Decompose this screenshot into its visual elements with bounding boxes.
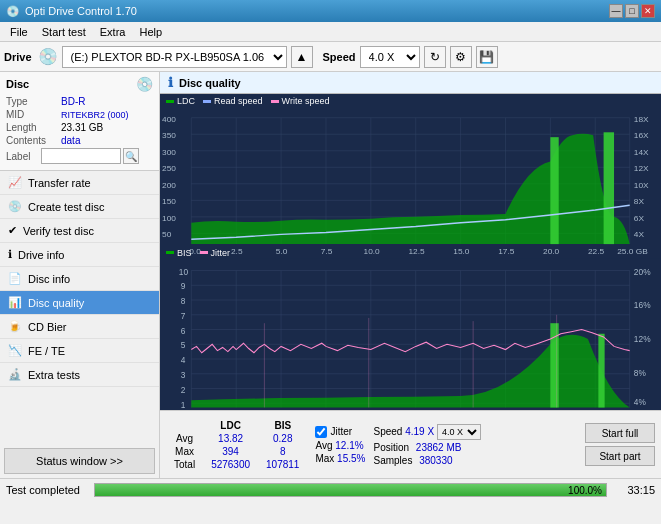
jitter-legend-dot [200,251,208,254]
sidebar-item-drive-info[interactable]: ℹ Drive info [0,243,159,267]
disc-section-title: Disc [6,78,29,90]
drive-select[interactable]: (E:) PLEXTOR BD-R PX-LB950SA 1.06 [62,46,287,68]
drive-label: Drive [4,51,32,63]
stats-table: LDC BIS Avg 13.82 0.28 Max 394 8 [166,419,307,471]
svg-text:10X: 10X [634,181,649,190]
progress-bar-container: 100.0% [94,483,607,497]
close-button[interactable]: ✕ [641,4,655,18]
stats-col-ldc: LDC [203,419,258,432]
fe-te-label: FE / TE [28,345,65,357]
svg-text:18X: 18X [634,115,649,124]
start-buttons: Start full Start part [585,423,655,466]
svg-text:1: 1 [181,399,186,409]
disc-panel: Disc 💿 Type BD-R MID RITEKBR2 (000) Leng… [0,72,159,171]
chart-bottom-svg: 10 9 8 7 6 5 4 3 2 1 20% 16% 12% 8% 4% [160,260,661,410]
svg-text:20%: 20% [634,266,651,276]
svg-text:4X: 4X [634,231,645,240]
svg-text:12%: 12% [634,334,651,344]
chart-top-legend: LDC Read speed Write speed [160,94,661,108]
length-label: Length [6,122,61,133]
status-window-button[interactable]: Status window >> [4,448,155,474]
avg-ldc: 13.82 [203,432,258,445]
app-icon: 💿 [6,5,20,18]
svg-rect-20 [550,137,558,244]
menu-bar: File Start test Extra Help [0,22,661,42]
svg-text:4%: 4% [634,397,647,407]
svg-rect-21 [604,132,614,244]
stats-col-empty [166,419,203,432]
svg-text:50: 50 [162,231,172,240]
status-time: 33:15 [615,484,655,496]
length-value: 23.31 GB [61,122,103,133]
menu-start-test[interactable]: Start test [36,24,92,40]
svg-text:250: 250 [162,164,176,173]
maximize-button[interactable]: □ [625,4,639,18]
sidebar-item-extra-tests[interactable]: 🔬 Extra tests [0,363,159,387]
sidebar-item-disc-quality[interactable]: 📊 Disc quality [0,291,159,315]
svg-text:7: 7 [181,311,186,321]
mid-label: MID [6,109,61,120]
samples-value: 380330 [419,455,452,466]
max-label: Max [166,445,203,458]
app-title: Opti Drive Control 1.70 [25,5,137,17]
disc-quality-header: ℹ Disc quality [160,72,661,94]
total-bis: 107811 [258,458,307,471]
max-ldc: 394 [203,445,258,458]
svg-rect-72 [598,333,604,407]
disc-info-icon: 📄 [8,272,22,285]
disc-info-label: Disc info [28,273,70,285]
save-button[interactable]: 💾 [476,46,498,68]
sidebar-nav: 📈 Transfer rate 💿 Create test disc ✔ Ver… [0,171,159,444]
fe-te-icon: 📉 [8,344,22,357]
avg-bis: 0.28 [258,432,307,445]
eject-button[interactable]: ▲ [291,46,313,68]
create-test-icon: 💿 [8,200,22,213]
speed-dropdown[interactable]: 4.0 X [437,424,481,440]
status-text: Test completed [6,484,86,496]
start-part-button[interactable]: Start part [585,446,655,466]
chart-top: LDC Read speed Write speed [160,94,661,246]
speed-label: Speed [323,51,356,63]
svg-text:300: 300 [162,148,176,157]
max-jitter-value: 15.5% [337,453,365,464]
sidebar-item-verify-test-disc[interactable]: ✔ Verify test disc [0,219,159,243]
sidebar-item-transfer-rate[interactable]: 📈 Transfer rate [0,171,159,195]
menu-file[interactable]: File [4,24,34,40]
drive-info-label: Drive info [18,249,64,261]
sidebar-item-create-test-disc[interactable]: 💿 Create test disc [0,195,159,219]
total-ldc: 5276300 [203,458,258,471]
refresh-button[interactable]: ↻ [424,46,446,68]
progress-bar-fill [95,484,606,496]
disc-label-input[interactable] [41,148,121,164]
speed-select[interactable]: 4.0 X [360,46,420,68]
svg-text:9: 9 [181,281,186,291]
minimize-button[interactable]: — [609,4,623,18]
sidebar-item-disc-info[interactable]: 📄 Disc info [0,267,159,291]
jitter-speed-section: Jitter Avg 12.1% Max 15.5% [315,426,365,464]
start-full-button[interactable]: Start full [585,423,655,443]
settings-button[interactable]: ⚙ [450,46,472,68]
speed-row-label: Speed [373,426,405,437]
speed-row-value: 4.19 X [405,426,434,437]
stats-row: LDC BIS Avg 13.82 0.28 Max 394 8 [160,410,661,478]
disc-label-btn[interactable]: 🔍 [123,148,139,164]
verify-test-label: Verify test disc [23,225,94,237]
chart-bottom: BIS Jitter [160,246,661,410]
sidebar-item-fe-te[interactable]: 📉 FE / TE [0,339,159,363]
jitter-checkbox[interactable] [315,426,327,438]
extra-tests-label: Extra tests [28,369,80,381]
svg-text:150: 150 [162,197,176,206]
svg-text:4: 4 [181,355,186,365]
menu-help[interactable]: Help [133,24,168,40]
svg-text:350: 350 [162,131,176,140]
svg-text:2: 2 [181,384,186,394]
title-bar: 💿 Opti Drive Control 1.70 — □ ✕ [0,0,661,22]
menu-extra[interactable]: Extra [94,24,132,40]
sidebar-item-cd-bier[interactable]: 🍺 CD Bier [0,315,159,339]
bis-legend-label: BIS [177,248,192,258]
progress-text: 100.0% [568,484,602,497]
samples-row: Samples 380330 [373,455,480,466]
disc-quality-title: Disc quality [179,77,241,89]
svg-text:10: 10 [179,266,189,276]
jitter-checkbox-label: Jitter [330,426,352,437]
